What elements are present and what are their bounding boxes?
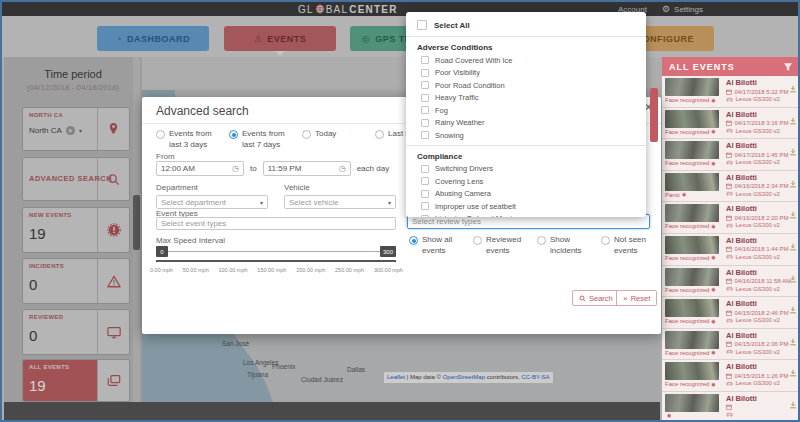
slider-min-handle[interactable]: 0 xyxy=(156,246,168,257)
tick-label: 300.00 mph xyxy=(374,267,403,273)
eye-icon: ◉ xyxy=(711,255,715,260)
event-list-item[interactable]: Face recognized ◉ Al Bilotti 04/17/2018 … xyxy=(662,139,800,171)
download-icon[interactable] xyxy=(789,395,797,413)
calendar-icon xyxy=(726,215,732,221)
to-label: to xyxy=(250,164,257,173)
calendar-icon xyxy=(726,341,732,347)
event-vehicle: Lexus GS300 v2 xyxy=(726,159,797,165)
event-list-item[interactable]: Face recognized ◉ Al Bilotti 04/16/2018 … xyxy=(662,234,800,266)
eye-icon: ◉ xyxy=(711,287,715,292)
show-option[interactable]: Show incidents xyxy=(537,235,590,257)
show-option[interactable]: Reviewed events xyxy=(473,235,526,257)
event-date: 04/17/2018 1:45 PM xyxy=(726,152,797,158)
event-type-option[interactable]: Road Covered With Ice xyxy=(406,54,646,67)
date-range-option[interactable]: Today xyxy=(302,129,361,140)
tick-label: 150.00 mph xyxy=(257,267,286,273)
vehicle-select[interactable]: Select vehicle ▾ xyxy=(284,195,396,209)
download-icon[interactable] xyxy=(789,300,797,318)
date-range-option[interactable]: Events from last 7 days xyxy=(229,129,288,151)
time-range-row: 12:00 AM ◷ to 11:59 PM ◷ each day xyxy=(156,161,389,176)
download-icon[interactable] xyxy=(789,363,797,381)
event-types-input[interactable]: Select event types xyxy=(156,217,396,230)
reset-button[interactable]: × Reset xyxy=(616,290,657,306)
event-driver-name: Al Bilotti xyxy=(726,299,757,308)
department-select[interactable]: Select department ▾ xyxy=(156,195,268,209)
calendar-icon xyxy=(726,120,732,126)
dropdown-scrollbar-thumb[interactable] xyxy=(650,88,658,142)
download-icon[interactable] xyxy=(789,269,797,287)
eye-icon: ◉ xyxy=(711,161,715,166)
event-list-item[interactable]: Panic ◉ Al Bilotti 04/16/2018 2:34 PM xyxy=(662,171,800,203)
search-button[interactable]: Search xyxy=(572,290,620,306)
checkbox-icon xyxy=(421,202,429,210)
download-icon[interactable] xyxy=(789,79,797,97)
eye-icon: ◉ xyxy=(667,413,671,418)
select-all-option[interactable]: Select All xyxy=(406,17,646,33)
filter-icon[interactable] xyxy=(783,62,793,72)
download-icon[interactable] xyxy=(789,205,797,223)
event-list-item[interactable]: Face recognized ◉ Al Bilotti 04/15/2018 … xyxy=(662,297,800,329)
car-icon xyxy=(726,318,733,323)
calendar-icon xyxy=(726,152,732,158)
event-list-item[interactable]: Face recognized ◉ Al Bilotti 04/15/2018 … xyxy=(662,329,800,361)
event-date: 04/16/2018 2:20 PM xyxy=(726,215,797,221)
download-icon[interactable] xyxy=(789,332,797,350)
event-type-option[interactable]: Improper use of seatbelt xyxy=(406,200,646,213)
event-list-item[interactable]: Face recognized ◉ Al Bilotti 04/16/2018 … xyxy=(662,202,800,234)
event-date: 04/16/2018 2:34 PM xyxy=(726,183,797,189)
event-type-option[interactable]: Covering Lens xyxy=(406,175,646,188)
download-icon[interactable] xyxy=(789,111,797,129)
event-tag: Face recognized ◉ xyxy=(665,97,722,103)
show-option[interactable]: Show all events xyxy=(409,235,462,257)
speed-range-slider: 0 300 xyxy=(156,246,396,258)
date-range-option[interactable]: Events from last 3 days xyxy=(156,129,215,151)
event-date: 04/17/2018 3:16 PM xyxy=(726,120,797,126)
event-driver-name: Al Bilotti xyxy=(726,268,757,277)
checkbox-icon xyxy=(421,190,429,198)
checkbox-icon xyxy=(421,177,429,185)
download-icon[interactable] xyxy=(789,142,797,160)
event-type-option[interactable]: Snowing xyxy=(406,129,646,142)
max-speed-label: Max Speed Interval xyxy=(156,236,225,245)
time-to-input[interactable]: 11:59 PM ◷ xyxy=(263,161,351,176)
event-type-option[interactable]: Heavy Traffic xyxy=(406,92,646,105)
event-date: 04/15/2018 1:26 PM xyxy=(726,373,797,379)
close-icon: × xyxy=(623,294,628,303)
checkbox-icon xyxy=(417,20,427,30)
from-label: From xyxy=(156,152,175,161)
download-icon[interactable] xyxy=(789,174,797,192)
divider xyxy=(406,36,646,37)
event-driver-name: Al Bilotti xyxy=(726,141,757,150)
show-option[interactable]: Not seen events xyxy=(601,235,654,257)
event-type-option[interactable]: Rainy Weather xyxy=(406,117,646,130)
event-vehicle: Lexus GS300 v2 xyxy=(726,254,797,260)
event-type-option[interactable]: Switching Drivers xyxy=(406,163,646,176)
checkbox-icon xyxy=(421,119,429,127)
radio-icon xyxy=(537,236,546,245)
event-vehicle: Lexus GS300 v2 xyxy=(726,286,797,292)
show-options: Show all events Reviewed events Show inc… xyxy=(409,235,654,257)
event-list-item[interactable]: ◉ Al Bilotti xyxy=(662,392,800,422)
event-list-item[interactable]: Face recognized ◉ Al Bilotti 04/16/2018 … xyxy=(662,266,800,298)
slider-max-handle[interactable]: 300 xyxy=(380,246,396,257)
radio-icon xyxy=(302,130,311,139)
download-icon[interactable] xyxy=(789,237,797,255)
event-date xyxy=(726,404,797,410)
event-driver-name: Al Bilotti xyxy=(726,394,757,403)
event-tag: Face recognized ◉ xyxy=(665,350,722,356)
time-from-input[interactable]: 12:00 AM ◷ xyxy=(156,161,244,176)
checkbox-icon xyxy=(421,165,429,173)
event-type-option[interactable]: Listening To Loud Music xyxy=(406,213,646,218)
event-list-item[interactable]: Face recognized ◉ Al Bilotti 04/17/2018 … xyxy=(662,76,800,108)
event-type-option[interactable]: Poor Road Condition xyxy=(406,79,646,92)
event-date: 04/16/2018 11:58 AM xyxy=(726,278,797,284)
event-driver-name: Al Bilotti xyxy=(726,173,757,182)
event-type-option[interactable]: Fog xyxy=(406,104,646,117)
event-tag: Face recognized ◉ xyxy=(665,223,722,229)
event-type-option[interactable]: Abusing Camera xyxy=(406,188,646,201)
event-type-option[interactable]: Poor Visibility xyxy=(406,67,646,80)
divider xyxy=(406,145,646,146)
event-list-item[interactable]: Face recognized ◉ Al Bilotti 04/17/2018 … xyxy=(662,108,800,140)
event-list-item[interactable]: Face recognized ◉ Al Bilotti 04/15/2018 … xyxy=(662,360,800,392)
events-list[interactable]: Face recognized ◉ Al Bilotti 04/17/2018 … xyxy=(662,76,800,422)
